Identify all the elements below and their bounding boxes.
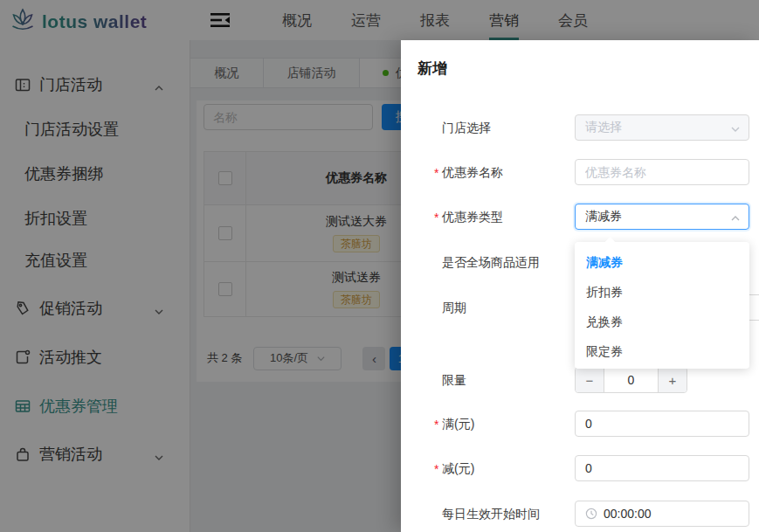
select-value: 满减券 xyxy=(585,209,622,225)
field-coupon-type: *优惠券类型 满减券 xyxy=(401,204,759,230)
required-marker: * xyxy=(434,411,438,438)
coupon-type-dropdown: 满减券 折扣券 兑换券 限定券 xyxy=(575,242,749,369)
app-root: lotus wallet 概况 运营 报表 营销 会员 xyxy=(0,0,759,532)
coupon-type-select[interactable]: 满减券 xyxy=(575,204,749,230)
stepper-plus-button[interactable]: + xyxy=(659,368,687,392)
full-amount-input[interactable] xyxy=(575,411,749,437)
field-store-select: 门店选择 请选择 xyxy=(401,114,759,141)
required-marker: * xyxy=(434,456,438,482)
field-limit: 限量 − 0 + xyxy=(401,367,759,393)
field-label: *优惠券名称 xyxy=(442,159,503,185)
limit-stepper: − 0 + xyxy=(575,367,687,393)
stepper-minus-button[interactable]: − xyxy=(576,368,604,392)
add-coupon-drawer: 新增 门店选择 请选择 *优惠券名称 *优惠券类型 满减券 xyxy=(401,40,759,532)
stepper-value[interactable]: 0 xyxy=(604,368,659,392)
daily-start-time-picker[interactable]: 00:00:00 xyxy=(575,501,749,527)
field-reduce-amount: *减(元) xyxy=(401,455,759,481)
field-label: *满(元) xyxy=(442,411,474,437)
reduce-amount-input[interactable] xyxy=(575,455,749,481)
clock-icon xyxy=(585,508,597,520)
field-daily-start-time: 每日生效开始时间 00:00:00 xyxy=(401,501,759,527)
chevron-down-icon xyxy=(730,123,741,137)
field-label: *优惠券类型 xyxy=(442,204,503,230)
required-marker: * xyxy=(434,160,438,186)
time-value: 00:00:00 xyxy=(604,507,652,521)
dropdown-option-discount[interactable]: 折扣券 xyxy=(575,277,749,307)
field-label: 限量 xyxy=(442,367,466,393)
store-select[interactable]: 请选择 xyxy=(575,114,749,141)
dropdown-arrow xyxy=(604,237,616,248)
field-label: 是否全场商品适用 xyxy=(442,249,540,275)
field-full-amount: *满(元) xyxy=(401,411,759,437)
dropdown-option-limited[interactable]: 限定券 xyxy=(575,336,749,366)
required-marker: * xyxy=(434,204,438,231)
chevron-up-icon xyxy=(730,212,741,226)
field-label: 门店选择 xyxy=(442,114,491,141)
field-label: 周期 xyxy=(442,294,466,321)
dropdown-option-full-reduction[interactable]: 满减券 xyxy=(575,247,749,277)
dropdown-option-exchange[interactable]: 兑换券 xyxy=(575,307,749,336)
field-label: 每日生效开始时间 xyxy=(442,501,540,527)
select-placeholder: 请选择 xyxy=(585,120,622,135)
coupon-name-input[interactable] xyxy=(575,159,749,185)
drawer-title: 新增 xyxy=(417,59,447,79)
field-coupon-name: *优惠券名称 xyxy=(401,159,759,185)
field-label: *减(元) xyxy=(442,455,474,481)
